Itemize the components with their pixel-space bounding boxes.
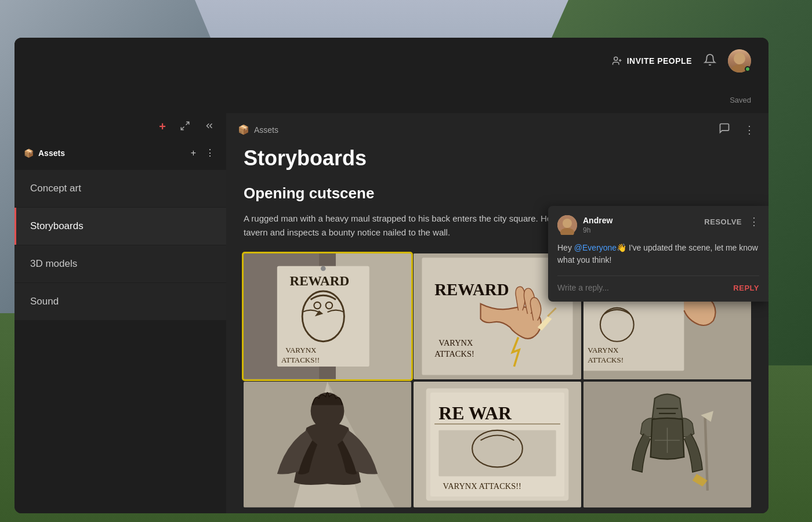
comment-panel: Andrew 9h RESOLVE ⋮ Hey @Everyone👋 I've … (548, 206, 768, 302)
section-title: 📦 Assets (24, 148, 65, 158)
invite-people-button[interactable]: INVITE PEOPLE (612, 56, 692, 66)
sidebar-nav: Concept art Storyboards 3D models Sound (14, 170, 226, 513)
reply-input[interactable] (557, 283, 733, 292)
sidebar-item-3d-models[interactable]: 3D models (14, 245, 226, 282)
storyboard-image-4[interactable] (244, 382, 411, 507)
top-bar: INVITE PEOPLE (14, 38, 768, 113)
comment-reply-area: REPLY (557, 276, 759, 292)
section-actions: + ⋮ (188, 145, 217, 161)
sidebar-toolbar: + (14, 113, 226, 140)
svg-text:VARYNX: VARYNX (285, 346, 317, 354)
notification-button[interactable] (704, 53, 716, 69)
breadcrumb-icon: 📦 (238, 124, 249, 135)
collapse-button[interactable] (202, 118, 217, 136)
sidebar-item-concept-art[interactable]: Concept art (14, 170, 226, 207)
collapse-icon (204, 121, 215, 131)
svg-point-3 (734, 53, 745, 64)
sidebar-item-label: Storyboards (30, 220, 84, 231)
svg-text:REWARD: REWARD (289, 273, 349, 288)
comment-time: 9h (583, 226, 612, 234)
sidebar-item-label: 3D models (30, 258, 77, 269)
svg-point-47 (563, 219, 572, 228)
breadcrumb: 📦 Assets (238, 124, 278, 135)
bell-icon (704, 53, 716, 66)
more-options-button[interactable]: ⋮ (742, 121, 757, 139)
comment-icon (719, 122, 730, 134)
sidebar-section-header: 📦 Assets + ⋮ (14, 140, 226, 165)
resolve-button[interactable]: RESOLVE (704, 217, 742, 226)
svg-text:VARYNX ATTACKS!!: VARYNX ATTACKS!! (443, 481, 521, 491)
section-more-button[interactable]: ⋮ (203, 145, 217, 161)
svg-rect-39 (434, 423, 560, 424)
invite-people-label: INVITE PEOPLE (627, 56, 692, 66)
svg-text:VARYNX: VARYNX (438, 338, 473, 347)
sidebar-item-sound[interactable]: Sound (14, 283, 226, 320)
page-content: Storyboards Opening cutscene A rugged ma… (226, 146, 768, 513)
comment-username: Andrew (583, 216, 612, 225)
app-window: INVITE PEOPLE (14, 38, 768, 513)
online-indicator (745, 66, 751, 72)
main-toolbar: 📦 Assets ⋮ (226, 113, 768, 146)
comment-user-info: Andrew 9h (557, 215, 612, 235)
section-add-button[interactable]: + (188, 146, 198, 161)
storyboard-image-5[interactable]: RE WAR D VARYNX ATTACKS!! (414, 382, 581, 507)
page-title: Storyboards (244, 146, 751, 171)
breadcrumb-label: Assets (254, 125, 278, 135)
svg-line-5 (186, 122, 189, 125)
comment-button[interactable] (716, 120, 733, 139)
comment-text-start: Hey (557, 243, 574, 252)
invite-icon (612, 56, 622, 66)
main-content: 📦 Assets ⋮ Storyboards Open (226, 113, 768, 513)
svg-point-18 (321, 266, 326, 271)
comment-avatar (557, 215, 577, 235)
section-icon: 📦 (24, 148, 34, 158)
storyboard-image-6[interactable] (583, 382, 751, 507)
ellipsis-icon: ⋮ (744, 124, 755, 136)
svg-rect-40 (438, 430, 556, 476)
svg-text:ATTACKS!: ATTACKS! (588, 356, 624, 364)
reply-button[interactable]: REPLY (733, 284, 759, 292)
sidebar-item-storyboards[interactable]: Storyboards (14, 208, 226, 245)
comment-header: Andrew 9h RESOLVE ⋮ (557, 215, 759, 235)
comment-mention: @Everyone (574, 243, 617, 252)
svg-text:RE WAR: RE WAR (438, 403, 512, 423)
sidebar-item-label: Sound (30, 296, 59, 307)
comment-more-button[interactable]: ⋮ (749, 215, 759, 228)
storyboard-grid-row2: RE WAR D VARYNX ATTACKS!! (244, 382, 751, 507)
comment-actions: RESOLVE ⋮ (704, 215, 759, 228)
section-title-label: Assets (38, 148, 65, 158)
comment-body: Hey @Everyone👋 I've updated the scene, l… (557, 242, 759, 266)
svg-text:ATTACKS!!: ATTACKS!! (281, 356, 320, 364)
user-avatar-container[interactable] (728, 49, 751, 72)
section-heading: Opening cutscene (244, 184, 751, 202)
top-bar-actions: INVITE PEOPLE (612, 49, 751, 72)
saved-label: Saved (730, 96, 751, 104)
storyboard-image-1[interactable]: REWARD VARYNX (244, 253, 411, 379)
sidebar-item-label: Concept art (30, 183, 81, 194)
svg-text:ATTACKS!: ATTACKS! (434, 349, 474, 358)
comment-user-meta: Andrew 9h (583, 216, 612, 234)
svg-text:REWARD: REWARD (434, 280, 509, 299)
expand-button[interactable] (177, 118, 193, 136)
svg-line-6 (181, 126, 184, 129)
expand-icon (180, 121, 190, 131)
more-icon: ⋮ (749, 216, 759, 227)
sidebar: + (14, 113, 226, 513)
add-button[interactable]: + (157, 118, 168, 136)
main-toolbar-actions: ⋮ (716, 120, 757, 139)
svg-point-0 (614, 57, 617, 60)
content-area: + (14, 113, 768, 513)
svg-text:VARYNX: VARYNX (588, 346, 619, 354)
